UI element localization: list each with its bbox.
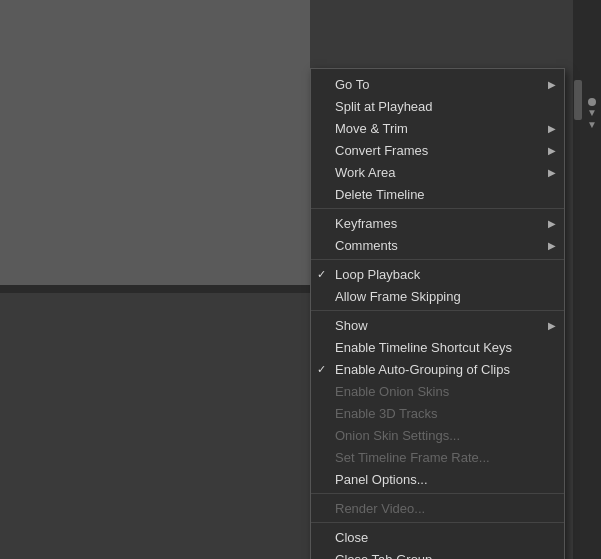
menu-label-keyframes: Keyframes: [335, 216, 397, 231]
separator-sep4: [311, 493, 564, 494]
menu-label-delete-timeline: Delete Timeline: [335, 187, 425, 202]
menu-label-onion-skin-settings: Onion Skin Settings...: [335, 428, 460, 443]
panel-arrow-down-2[interactable]: ▼: [587, 120, 597, 130]
menu-item-convert-frames[interactable]: Convert Frames▶: [311, 139, 564, 161]
timeline-bar: [0, 285, 310, 293]
panel-dot-1: [588, 98, 596, 106]
submenu-arrow-comments: ▶: [548, 240, 556, 251]
checkmark-enable-auto-grouping: ✓: [317, 363, 326, 376]
menu-item-comments[interactable]: Comments▶: [311, 234, 564, 256]
menu-label-enable-auto-grouping: Enable Auto-Grouping of Clips: [335, 362, 510, 377]
separator-sep2: [311, 259, 564, 260]
menu-label-enable-onion-skins: Enable Onion Skins: [335, 384, 449, 399]
right-panel: ▼ ▼: [583, 0, 601, 559]
canvas-area: [0, 0, 310, 290]
checkmark-loop-playback: ✓: [317, 268, 326, 281]
menu-label-enable-3d-tracks: Enable 3D Tracks: [335, 406, 438, 421]
separator-sep1: [311, 208, 564, 209]
submenu-arrow-keyframes: ▶: [548, 218, 556, 229]
menu-label-convert-frames: Convert Frames: [335, 143, 428, 158]
menu-item-loop-playback[interactable]: ✓Loop Playback: [311, 263, 564, 285]
menu-label-split-at-playhead: Split at Playhead: [335, 99, 433, 114]
menu-item-allow-frame-skipping[interactable]: Allow Frame Skipping: [311, 285, 564, 307]
menu-item-delete-timeline[interactable]: Delete Timeline: [311, 183, 564, 205]
menu-item-go-to[interactable]: Go To▶: [311, 73, 564, 95]
timeline-area: [0, 290, 310, 559]
menu-item-close-tab-group[interactable]: Close Tab Group: [311, 548, 564, 559]
menu-label-move-trim: Move & Trim: [335, 121, 408, 136]
submenu-arrow-work-area: ▶: [548, 167, 556, 178]
menu-label-show: Show: [335, 318, 368, 333]
menu-item-move-trim[interactable]: Move & Trim▶: [311, 117, 564, 139]
menu-item-close[interactable]: Close: [311, 526, 564, 548]
menu-item-render-video: Render Video...: [311, 497, 564, 519]
separator-sep5: [311, 522, 564, 523]
submenu-arrow-go-to: ▶: [548, 79, 556, 90]
menu-item-set-timeline-frame-rate: Set Timeline Frame Rate...: [311, 446, 564, 468]
scrollbar-thumb[interactable]: [574, 80, 582, 120]
submenu-arrow-show: ▶: [548, 320, 556, 331]
separator-sep3: [311, 310, 564, 311]
menu-item-split-at-playhead[interactable]: Split at Playhead: [311, 95, 564, 117]
menu-item-enable-auto-grouping[interactable]: ✓Enable Auto-Grouping of Clips: [311, 358, 564, 380]
menu-item-enable-3d-tracks: Enable 3D Tracks: [311, 402, 564, 424]
menu-label-close: Close: [335, 530, 368, 545]
menu-item-onion-skin-settings: Onion Skin Settings...: [311, 424, 564, 446]
menu-item-enable-onion-skins: Enable Onion Skins: [311, 380, 564, 402]
context-menu: Go To▶Split at PlayheadMove & Trim▶Conve…: [310, 68, 565, 559]
menu-label-loop-playback: Loop Playback: [335, 267, 420, 282]
menu-item-keyframes[interactable]: Keyframes▶: [311, 212, 564, 234]
menu-label-panel-options: Panel Options...: [335, 472, 428, 487]
submenu-arrow-convert-frames: ▶: [548, 145, 556, 156]
menu-label-comments: Comments: [335, 238, 398, 253]
menu-item-enable-timeline-shortcut[interactable]: Enable Timeline Shortcut Keys: [311, 336, 564, 358]
scrollbar-vertical[interactable]: [573, 0, 583, 559]
menu-label-work-area: Work Area: [335, 165, 395, 180]
submenu-arrow-move-trim: ▶: [548, 123, 556, 134]
menu-label-enable-timeline-shortcut: Enable Timeline Shortcut Keys: [335, 340, 512, 355]
menu-label-render-video: Render Video...: [335, 501, 425, 516]
menu-item-show[interactable]: Show▶: [311, 314, 564, 336]
menu-item-panel-options[interactable]: Panel Options...: [311, 468, 564, 490]
menu-label-go-to: Go To: [335, 77, 369, 92]
menu-label-close-tab-group: Close Tab Group: [335, 552, 432, 560]
menu-label-allow-frame-skipping: Allow Frame Skipping: [335, 289, 461, 304]
panel-arrow-down[interactable]: ▼: [587, 108, 597, 118]
menu-item-work-area[interactable]: Work Area▶: [311, 161, 564, 183]
menu-label-set-timeline-frame-rate: Set Timeline Frame Rate...: [335, 450, 490, 465]
